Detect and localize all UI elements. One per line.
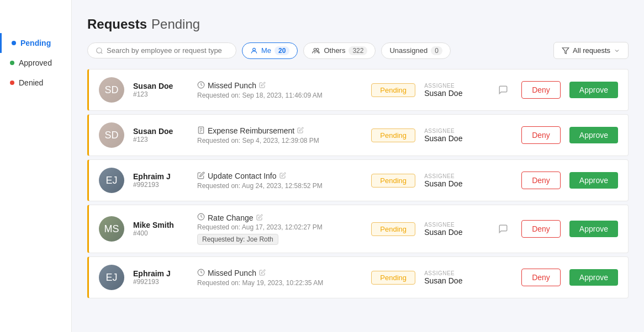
assignee-name: Susan Doe [424, 228, 485, 237]
svg-point-4 [316, 48, 319, 50]
table-row: EJ Ephraim J #992193 Update Contact Info… [87, 159, 629, 201]
approve-button[interactable]: Approve [569, 82, 618, 98]
sidebar-label-denied: Denied [19, 78, 43, 87]
assignee-block: ASSIGNEE Susan Doe [424, 222, 485, 237]
employee-id: #400 [133, 229, 188, 237]
approve-button[interactable]: Approve [569, 172, 618, 189]
employee-info: Ephraim J #992193 [133, 269, 188, 286]
approve-button[interactable]: Approve [569, 127, 618, 143]
search-input[interactable] [107, 46, 228, 55]
request-type-label: Expense Reimbursement [208, 126, 294, 135]
filter-bar: Me 20 Others 322 Unassigned 0 All reques… [87, 42, 629, 59]
sidebar-label-approved: Approved [19, 58, 52, 67]
assignee-name: Susan Doe [424, 276, 485, 285]
avatar: SD [99, 122, 124, 148]
search-box[interactable] [87, 42, 236, 58]
request-date: Requested on: Aug 24, 2023, 12:58:52 PM [197, 182, 362, 190]
request-details: Update Contact Info Requested on: Aug 24… [197, 172, 362, 190]
filter-unassigned-label: Unassigned [389, 46, 427, 55]
request-type: Missed Punch [197, 269, 362, 278]
employee-id: #123 [133, 136, 188, 143]
deny-button[interactable]: Deny [521, 126, 561, 144]
request-date: Requested on: Sep 18, 2023, 11:46:09 AM [197, 92, 362, 99]
filter-me-label: Me [261, 46, 271, 55]
assignee-block: ASSIGNEE Susan Doe [424, 173, 485, 188]
assignee-label: ASSIGNEE [424, 173, 485, 179]
all-requests-button[interactable]: All requests [553, 42, 629, 59]
employee-id: #992193 [133, 278, 188, 286]
table-row: SD Susan Doe #123 Expense Reimbursement … [87, 114, 629, 156]
status-badge: Pending [371, 271, 415, 285]
comment-icon[interactable] [498, 224, 508, 234]
deny-button[interactable]: Deny [521, 172, 561, 189]
main-content: Requests Pending Me 20 Others 322 Unassi… [72, 0, 644, 332]
request-details: Rate Change Requested on: Aug 17, 2023, … [197, 213, 362, 245]
edit-icon [297, 126, 304, 135]
employee-info: Susan Doe #123 [133, 82, 188, 98]
search-icon [96, 47, 103, 55]
deny-button[interactable]: Deny [521, 81, 561, 99]
approve-button[interactable]: Approve [569, 221, 618, 237]
avatar: SD [99, 77, 124, 103]
type-icon [197, 269, 205, 278]
filter-me-button[interactable]: Me 20 [242, 42, 298, 59]
employee-id: #992193 [133, 181, 188, 189]
request-details: Expense Reimbursement Requested on: Sep … [197, 126, 362, 144]
requests-list: SD Susan Doe #123 Missed Punch Requested… [87, 69, 629, 302]
employee-name: Ephraim J [133, 269, 188, 278]
page-title: Requests [87, 17, 147, 32]
filter-others-label: Others [324, 46, 345, 55]
group-icon [312, 47, 320, 55]
avatar: MS [99, 216, 124, 242]
filter-icon [562, 47, 569, 55]
sidebar-label-pending: Pending [20, 39, 51, 47]
avatar: EJ [99, 265, 124, 290]
assignee-label: ASSIGNEE [424, 270, 485, 276]
request-details: Missed Punch Requested on: May 19, 2023,… [197, 269, 362, 287]
request-date: Requested on: Sep 4, 2023, 12:39:08 PM [197, 137, 362, 144]
status-badge: Pending [371, 83, 415, 97]
assignee-name: Susan Doe [424, 89, 485, 98]
page-status: Pending [151, 17, 200, 32]
employee-id: #123 [133, 90, 188, 98]
filter-others-button[interactable]: Others 322 [303, 42, 376, 59]
assignee-block: ASSIGNEE Susan Doe [424, 270, 485, 285]
status-badge: Pending [371, 174, 415, 188]
status-badge: Pending [371, 128, 415, 142]
type-icon [197, 172, 205, 181]
sidebar-item-denied[interactable]: Denied [0, 73, 71, 93]
assignee-block: ASSIGNEE Susan Doe [424, 128, 485, 143]
edit-icon [256, 213, 263, 222]
employee-info: Ephraim J #992193 [133, 172, 188, 189]
svg-point-2 [253, 48, 256, 51]
filter-unassigned-button[interactable]: Unassigned 0 [381, 42, 450, 59]
request-type: Expense Reimbursement [197, 126, 362, 136]
assignee-block: ASSIGNEE Susan Doe [424, 83, 485, 98]
svg-line-1 [101, 52, 103, 53]
deny-button[interactable]: Deny [521, 220, 561, 238]
svg-point-0 [97, 47, 102, 52]
table-row: EJ Ephraim J #992193 Missed Punch Reques… [87, 256, 629, 298]
pending-dot [12, 41, 16, 45]
filter-others-count: 322 [349, 46, 367, 55]
sidebar-item-approved[interactable]: Approved [0, 53, 71, 73]
assignee-label: ASSIGNEE [424, 222, 485, 228]
assignee-name: Susan Doe [424, 134, 485, 143]
approved-dot [10, 61, 14, 65]
filter-unassigned-count: 0 [431, 46, 442, 55]
request-type-label: Missed Punch [208, 269, 256, 277]
assignee-label: ASSIGNEE [424, 128, 485, 134]
sidebar-item-pending[interactable]: Pending [0, 33, 71, 53]
approve-button[interactable]: Approve [569, 269, 618, 286]
denied-dot [10, 81, 14, 85]
edit-icon [279, 172, 286, 180]
assignee-label: ASSIGNEE [424, 83, 485, 89]
employee-info: Susan Doe #123 [133, 127, 188, 143]
employee-info: Mike Smith #400 [133, 221, 188, 237]
request-type: Rate Change [197, 213, 362, 222]
all-requests-label: All requests [573, 46, 610, 55]
deny-button[interactable]: Deny [521, 269, 561, 286]
comment-icon[interactable] [498, 85, 508, 95]
type-icon [197, 126, 205, 136]
svg-marker-5 [562, 47, 569, 53]
